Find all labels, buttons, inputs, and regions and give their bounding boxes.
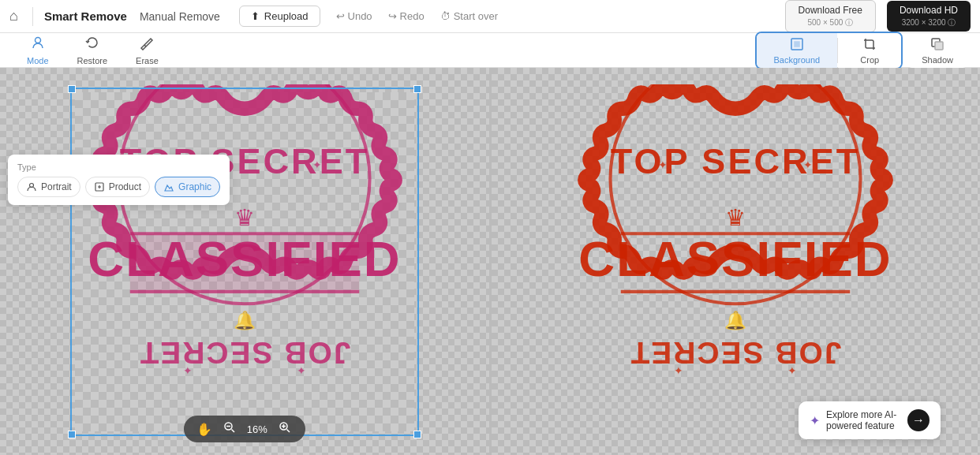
right-stamp-svg: TOP SECRET CLASSIFIED JOB SECRET ♛ ✦ ✦ ✦… (558, 84, 913, 439)
top-nav: ⌂ Smart Remove Manual Remove ⬆ Reupload … (0, 0, 980, 33)
hand-icon[interactable]: ✋ (192, 420, 217, 439)
svg-rect-4 (935, 42, 943, 50)
svg-line-24 (286, 430, 290, 433)
mode-icon (30, 35, 46, 54)
crop-button[interactable]: Crop (838, 33, 901, 68)
svg-text:JOB SECRET: JOB SECRET (138, 336, 350, 370)
svg-text:✦: ✦ (658, 159, 668, 171)
home-icon[interactable]: ⌂ (9, 8, 18, 24)
restore-button[interactable]: Restore (63, 32, 122, 69)
ai-explore-button[interactable]: → (907, 409, 930, 431)
background-crop-group: Background Crop (755, 32, 903, 69)
product-option[interactable]: Product (85, 177, 150, 197)
undo-button[interactable]: ↩ Undo (330, 7, 379, 25)
erase-button[interactable]: Erase (122, 32, 173, 69)
undo-icon: ↩ (336, 10, 345, 22)
erase-icon (139, 35, 155, 54)
svg-text:🔔: 🔔 (234, 309, 256, 330)
type-dropdown: Type Portrait Product Graphic (8, 155, 230, 205)
crop-icon (862, 36, 877, 54)
svg-text:TOP SECRET: TOP SECRET (611, 140, 861, 181)
undo-redo-actions: ↩ Undo ↪ Redo ⏱ Start over (330, 7, 505, 25)
mode-button[interactable]: Mode (13, 32, 63, 69)
background-icon (789, 36, 805, 54)
redo-icon: ↪ (388, 10, 397, 22)
right-panel: TOP SECRET CLASSIFIED JOB SECRET ♛ ✦ ✦ ✦… (492, 68, 981, 455)
svg-text:🔔: 🔔 (724, 309, 747, 330)
svg-text:CLASSIFIED: CLASSIFIED (579, 231, 892, 286)
svg-text:✦: ✦ (183, 364, 193, 377)
svg-rect-2 (795, 42, 799, 47)
manual-remove-tab[interactable]: Manual Remove (133, 7, 226, 26)
redo-button[interactable]: ↪ Redo (382, 7, 431, 25)
smart-remove-title: Smart Remove (44, 9, 127, 23)
ai-tooltip-text: Explore more AI-powered feature (826, 409, 901, 431)
left-panel: Type Portrait Product Graphic (0, 68, 489, 455)
svg-text:✦: ✦ (787, 364, 797, 377)
portrait-option[interactable]: Portrait (17, 177, 80, 197)
right-stamp-container: TOP SECRET CLASSIFIED JOB SECRET ♛ ✦ ✦ ✦… (558, 84, 913, 439)
restore-icon (84, 35, 100, 54)
canvas-container[interactable]: TOP SECRET CLASSIFIED JOB SECRET ♛ ✦ ✦ ✦… (67, 84, 422, 439)
type-options: Portrait Product Graphic (17, 177, 220, 197)
reupload-icon: ⬆ (251, 10, 260, 22)
svg-text:✦: ✦ (296, 364, 305, 377)
left-stamp-svg: TOP SECRET CLASSIFIED JOB SECRET ♛ ✦ ✦ ✦… (67, 84, 422, 439)
zoom-in-button[interactable] (272, 419, 297, 439)
zoom-controls: ✋ 16% (184, 416, 305, 442)
start-over-icon: ⏱ (440, 10, 451, 22)
graphic-option[interactable]: Graphic (155, 177, 220, 197)
svg-point-0 (35, 38, 40, 43)
reupload-button[interactable]: ⬆ Reupload (239, 6, 320, 27)
svg-text:CLASSIFIED: CLASSIFIED (88, 231, 401, 286)
main-area: Type Portrait Product Graphic (0, 68, 980, 455)
shadow-icon (930, 36, 945, 54)
svg-line-21 (231, 430, 234, 433)
toolbar: Mode Restore Erase Bac (0, 33, 980, 68)
svg-text:✦: ✦ (312, 159, 322, 171)
background-button[interactable]: Background (757, 33, 838, 68)
svg-text:♛: ♛ (234, 204, 255, 229)
svg-text:JOB SECRET: JOB SECRET (630, 336, 842, 370)
ai-star-icon: ✦ (810, 413, 820, 428)
start-over-button[interactable]: ⏱ Start over (434, 7, 504, 25)
zoom-out-button[interactable] (217, 419, 242, 439)
shadow-button[interactable]: Shadow (907, 33, 967, 68)
zoom-value: 16% (242, 423, 272, 435)
type-label: Type (17, 162, 220, 172)
svg-text:✦: ✦ (803, 159, 813, 171)
svg-text:♛: ♛ (725, 204, 746, 229)
svg-text:✦: ✦ (675, 364, 684, 377)
download-hd-button[interactable]: Download HD 3200 × 3200 ⓘ (887, 1, 971, 32)
download-free-button[interactable]: Download Free 500 × 500 ⓘ (785, 0, 876, 32)
ai-tooltip: ✦ Explore more AI-powered feature → (799, 401, 941, 439)
nav-divider (32, 7, 33, 26)
